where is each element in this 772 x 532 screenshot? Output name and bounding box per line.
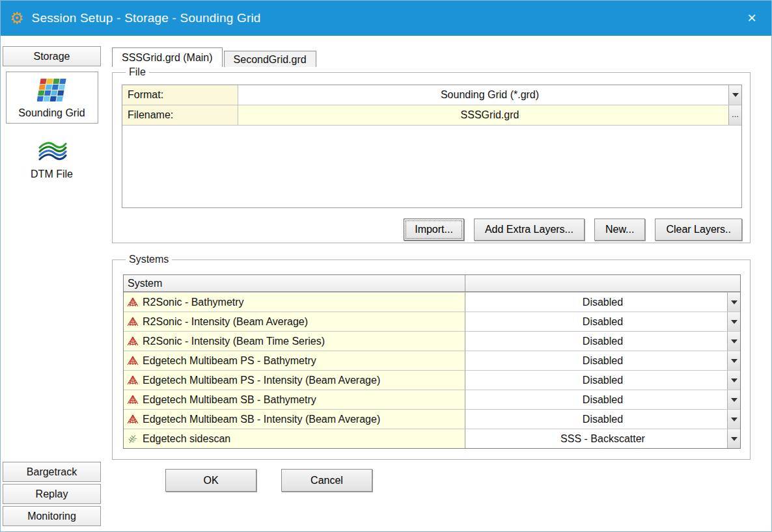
sidebar-item-dtm-file[interactable]: DTM File — [6, 133, 98, 185]
mode-dropdown-button[interactable] — [727, 410, 740, 429]
cancel-button[interactable]: Cancel — [281, 469, 372, 492]
file-group: File Format: Sounding Grid (*.grd) Filen… — [112, 66, 751, 243]
system-name-cell: R2Sonic - Intensity (Beam Average) — [124, 312, 465, 331]
chevron-down-icon — [731, 359, 738, 363]
system-mode-select[interactable]: Disabled — [465, 409, 740, 429]
system-mode-select[interactable]: Disabled — [465, 292, 740, 312]
system-mode-select[interactable]: Disabled — [465, 370, 740, 390]
sidebar-section-storage[interactable]: Storage — [3, 46, 101, 66]
table-row: Edgetech Multibeam SB - Intensity (Beam … — [124, 409, 740, 429]
tab-sssgrid-main[interactable]: SSSGrid.grd (Main) — [112, 47, 223, 67]
chevron-down-icon — [731, 398, 738, 402]
clear-layers-button[interactable]: Clear Layers.. — [655, 219, 742, 241]
system-name-cell: R2Sonic - Bathymetry — [124, 292, 465, 312]
system-mode-value: Disabled — [583, 336, 623, 347]
system-name: Edgetech Multibeam SB - Intensity (Beam … — [143, 414, 380, 425]
titlebar: ⚙ Session Setup - Storage - Sounding Gri… — [1, 1, 771, 36]
system-name-cell: Edgetech Multibeam SB - Intensity (Beam … — [124, 409, 465, 429]
sounding-grid-icon — [37, 77, 67, 103]
ok-button[interactable]: OK — [165, 469, 256, 492]
sidebar-section-monitoring[interactable]: Monitoring — [3, 506, 101, 526]
gear-icon: ⚙ — [10, 10, 24, 26]
tab-secondgrid[interactable]: SecondGrid.grd — [224, 51, 316, 67]
format-row: Format: Sounding Grid (*.grd) — [122, 85, 741, 105]
systems-group: Systems System — [112, 254, 751, 460]
table-row: R2Sonic - Intensity (Beam Time Series) D… — [124, 331, 740, 351]
add-extra-layers-button[interactable]: Add Extra Layers... — [474, 219, 585, 241]
system-name-cell: Edgetech Multibeam SB - Bathymetry — [124, 390, 465, 409]
mode-dropdown-button[interactable] — [727, 293, 740, 312]
filename-row: Filename: SSSGrid.grd ... — [122, 105, 741, 126]
system-name-cell: Edgetech Multibeam PS - Intensity (Beam … — [124, 370, 465, 390]
system-name: R2Sonic - Intensity (Beam Time Series) — [143, 336, 325, 347]
chevron-down-icon — [731, 320, 738, 324]
system-mode-select[interactable]: Disabled — [465, 390, 740, 409]
multibeam-icon — [127, 317, 139, 327]
system-mode-select[interactable]: Disabled — [465, 351, 740, 370]
table-row: Edgetech sidescan SSS - Backscatter — [124, 429, 740, 448]
format-select[interactable]: Sounding Grid (*.grd) — [238, 85, 741, 105]
table-row: Edgetech Multibeam PS - Bathymetry Disab… — [124, 351, 740, 370]
file-fields-panel: Format: Sounding Grid (*.grd) Filename: … — [122, 85, 742, 208]
system-name: Edgetech sidescan — [143, 433, 230, 445]
ellipsis-icon: ... — [732, 110, 739, 121]
mode-dropdown-button[interactable] — [727, 390, 740, 409]
chevron-down-icon — [731, 339, 738, 343]
system-mode-select[interactable]: Disabled — [465, 331, 740, 351]
chevron-down-icon — [731, 418, 738, 421]
mode-dropdown-button[interactable] — [727, 371, 740, 390]
dialog-footer: OK Cancel — [112, 469, 751, 492]
system-name-cell: Edgetech sidescan — [124, 429, 465, 448]
table-row: Edgetech Multibeam PS - Intensity (Beam … — [124, 370, 740, 390]
tab-bar: SSSGrid.grd (Main) SecondGrid.grd — [112, 49, 751, 67]
system-mode-value: Disabled — [583, 316, 623, 328]
format-value: Sounding Grid (*.grd) — [441, 89, 539, 101]
table-header-row: System — [124, 275, 740, 292]
file-group-title: File — [126, 66, 149, 78]
multibeam-icon — [127, 375, 139, 386]
sidebar-item-label: DTM File — [31, 168, 73, 180]
chevron-down-icon — [731, 379, 738, 382]
column-header-system: System — [124, 275, 465, 292]
dtm-file-icon — [37, 139, 67, 165]
sidescan-icon — [127, 434, 139, 444]
table-row: R2Sonic - Bathymetry Disabled — [124, 292, 740, 312]
filename-field[interactable]: SSSGrid.grd ... — [238, 105, 741, 125]
main-panel: SSSGrid.grd (Main) SecondGrid.grd File F… — [103, 36, 771, 532]
file-buttons: Import... Add Extra Layers... New... Cle… — [122, 219, 742, 241]
system-mode-value: SSS - Backscatter — [560, 433, 645, 445]
filename-label: Filename: — [122, 105, 238, 125]
multibeam-icon — [127, 356, 139, 366]
system-name: R2Sonic - Intensity (Beam Average) — [143, 316, 308, 328]
import-button[interactable]: Import... — [404, 219, 464, 241]
table-row: Edgetech Multibeam SB - Bathymetry Disab… — [124, 390, 740, 409]
sidebar-item-label: Sounding Grid — [18, 107, 85, 119]
multibeam-icon — [127, 336, 139, 347]
format-dropdown-button[interactable] — [728, 85, 741, 105]
system-name-cell: R2Sonic - Intensity (Beam Time Series) — [124, 331, 465, 351]
system-name: R2Sonic - Bathymetry — [143, 297, 244, 308]
table-row: R2Sonic - Intensity (Beam Average) Disab… — [124, 312, 740, 331]
new-button[interactable]: New... — [594, 219, 645, 241]
mode-dropdown-button[interactable] — [727, 312, 740, 331]
system-mode-value: Disabled — [583, 394, 623, 406]
mode-dropdown-button[interactable] — [727, 332, 740, 351]
systems-group-title: Systems — [126, 254, 172, 265]
system-name: Edgetech Multibeam PS - Bathymetry — [143, 355, 316, 367]
multibeam-icon — [127, 395, 139, 405]
browse-button[interactable]: ... — [728, 105, 741, 125]
sidebar-section-replay[interactable]: Replay — [3, 484, 101, 504]
mode-dropdown-button[interactable] — [727, 429, 740, 448]
system-mode-select[interactable]: Disabled — [465, 312, 740, 331]
mode-dropdown-button[interactable] — [727, 351, 740, 370]
multibeam-icon — [127, 297, 139, 308]
system-mode-value: Disabled — [583, 375, 623, 386]
format-label: Format: — [122, 85, 238, 105]
column-header-mode — [465, 275, 740, 292]
close-button[interactable]: ✕ — [738, 5, 766, 31]
system-mode-select[interactable]: SSS - Backscatter — [465, 429, 740, 448]
system-mode-value: Disabled — [583, 297, 623, 308]
system-mode-value: Disabled — [583, 355, 623, 367]
sidebar-section-bargetrack[interactable]: Bargetrack — [3, 462, 101, 482]
sidebar-item-sounding-grid[interactable]: Sounding Grid — [6, 72, 98, 124]
